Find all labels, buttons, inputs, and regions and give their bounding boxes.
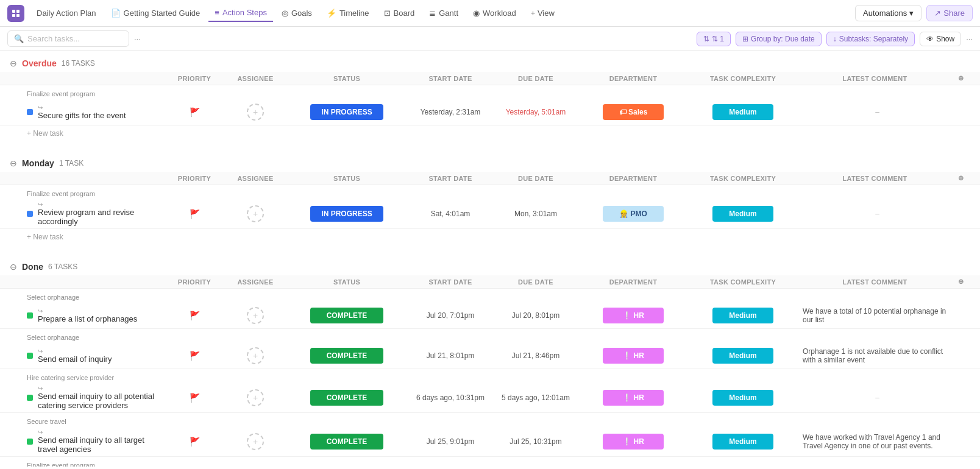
status-cell-d1[interactable]: COMPLETE: [286, 348, 408, 364]
nav-getting-started[interactable]: 📄 Getting Started Guide: [105, 5, 207, 21]
assignee-avatar-d2[interactable]: +: [247, 389, 264, 406]
assignee-cell-d0[interactable]: +: [225, 307, 286, 324]
col-add-m[interactable]: ⊕: [952, 174, 970, 182]
nav-daily-action-plan-label: Daily Action Plan: [37, 9, 96, 18]
col-comment-d: LATEST COMMENT: [798, 278, 952, 286]
task-name-d3[interactable]: Send email inquiry to all target travel …: [38, 436, 164, 454]
new-task-button-overdue[interactable]: + New task: [0, 125, 980, 141]
col-add-d[interactable]: ⊕: [952, 278, 970, 286]
assignee-avatar-d0[interactable]: +: [247, 307, 264, 324]
show-button[interactable]: 👁 Show: [920, 32, 961, 46]
assignee-cell-d3[interactable]: +: [225, 433, 286, 450]
section-overdue: ⊖ Overdue 16 TASKS PRIORITY ASSIGNEE STA…: [0, 51, 980, 141]
nav-daily-action-plan[interactable]: Daily Action Plan: [30, 5, 102, 21]
nav-board-label: Board: [394, 9, 415, 18]
assignee-cell[interactable]: +: [225, 104, 286, 121]
task-name-cell-d0: ↪ Prepare a list of orphanages: [10, 308, 164, 323]
priority-flag-m[interactable]: 🚩: [190, 209, 200, 219]
priority-flag[interactable]: 🚩: [190, 107, 200, 117]
subtasks-button[interactable]: ↓ Subtasks: Separately: [826, 32, 915, 46]
nav-add-view-label: + View: [531, 9, 555, 18]
table-row: ↪ Prepare a list of orphanages 🚩 + COMPL…: [0, 302, 980, 329]
task-name-d0[interactable]: Prepare a list of orphanages: [38, 314, 137, 323]
assignee-avatar-d1[interactable]: +: [247, 347, 264, 364]
priority-flag-d2[interactable]: 🚩: [190, 393, 200, 403]
status-cell-d0[interactable]: COMPLETE: [286, 308, 408, 323]
section-monday-header: ⊖ Monday 1 TASK: [0, 151, 980, 172]
nav-workload[interactable]: ◉ Workload: [467, 5, 522, 21]
filter-label: ⇅ 1: [712, 35, 724, 43]
col-priority-m: PRIORITY: [164, 175, 225, 182]
col-add[interactable]: ⊕: [952, 74, 970, 82]
task-group-done-0: Select orphanage ↪ Prepare a list of orp…: [0, 289, 980, 329]
assignee-avatar[interactable]: +: [247, 104, 264, 121]
filter-button[interactable]: ⇅ ⇅ 1: [697, 32, 731, 46]
group-by-button[interactable]: ⊞ Group by: Due date: [736, 32, 822, 46]
nav-board[interactable]: ⊡ Board: [378, 5, 421, 21]
overdue-collapse-button[interactable]: ⊖: [10, 58, 17, 68]
dept-cell-d0: ❕ HR: [578, 308, 688, 323]
nav-goals[interactable]: ◎ Goals: [275, 5, 318, 21]
done-collapse-button[interactable]: ⊖: [10, 262, 17, 272]
svg-rect-1: [16, 10, 20, 13]
svg-rect-3: [16, 14, 20, 17]
table-row: ↪ Secure gifts for the event 🚩 + IN PROG…: [0, 99, 980, 125]
priority-flag-d1[interactable]: 🚩: [190, 351, 200, 361]
monday-collapse-button[interactable]: ⊖: [10, 158, 17, 168]
nav-gantt[interactable]: ≣ Gantt: [423, 5, 464, 21]
task-group-done-1: Select orphanage ↪ Send email of inquiry…: [0, 329, 980, 369]
priority-cell-d3: 🚩: [164, 437, 225, 446]
dept-badge: 🏷 Sales: [603, 104, 664, 120]
svg-rect-0: [12, 10, 15, 13]
search-box[interactable]: 🔍 Search tasks...: [7, 30, 129, 47]
automations-button[interactable]: Automations ▾: [855, 5, 921, 21]
nav-getting-started-label: Getting Started Guide: [124, 9, 201, 18]
section-done: ⊖ Done 6 TASKS PRIORITY ASSIGNEE STATUS …: [0, 255, 980, 467]
assignee-cell-m[interactable]: +: [225, 205, 286, 222]
task-dot-m: [27, 211, 33, 217]
nav-action-steps[interactable]: ≡ Action Steps: [208, 4, 273, 22]
table-row: ↪ Send email of inquiry 🚩 + COMPLETE Jul…: [0, 342, 980, 369]
col-due: DUE DATE: [493, 75, 578, 82]
start-date-m: Sat, 4:01am: [408, 210, 493, 218]
priority-flag-d3[interactable]: 🚩: [190, 437, 200, 446]
col-complexity-m: TASK COMPLEXITY: [688, 175, 798, 182]
task-group-done-2: Hire catering service provider ↪ Send em…: [0, 369, 980, 413]
task-name-cell-m: ↪ Review program and revise accordingly: [10, 201, 164, 226]
assignee-avatar-d3[interactable]: +: [247, 433, 264, 450]
share-button[interactable]: ↗ Share: [926, 5, 973, 21]
share-label: Share: [943, 9, 965, 18]
priority-cell-d1: 🚩: [164, 351, 225, 361]
complexity-badge-m: Medium: [712, 206, 773, 222]
search-placeholder: Search tasks...: [27, 34, 80, 43]
assignee-cell-d2[interactable]: +: [225, 389, 286, 406]
toolbar-more-icon[interactable]: ···: [134, 34, 141, 43]
assignee-cell-d1[interactable]: +: [225, 347, 286, 364]
status-cell-m[interactable]: IN PROGRESS: [286, 206, 408, 222]
task-group-done-3: Secure travel ↪ Send email inquiry to al…: [0, 413, 980, 457]
task-name-wrap-m: ↪ Review program and revise accordingly: [38, 201, 164, 226]
assignee-avatar-m[interactable]: +: [247, 205, 264, 222]
new-task-button-monday[interactable]: + New task: [0, 229, 980, 245]
nav-timeline-label: Timeline: [339, 9, 369, 18]
col-comment: LATEST COMMENT: [798, 75, 952, 82]
task-name-m[interactable]: Review program and revise accordingly: [38, 208, 164, 226]
status-cell[interactable]: IN PROGRESS: [286, 104, 408, 120]
col-start: START DATE: [408, 75, 493, 82]
task-name-d1[interactable]: Send email of inquiry: [38, 354, 112, 364]
subtask-icon-d3: ↪: [38, 429, 164, 436]
task-name[interactable]: Secure gifts for the event: [38, 111, 126, 120]
status-cell-d2[interactable]: COMPLETE: [286, 390, 408, 406]
toolbar-dots-icon[interactable]: ···: [966, 34, 973, 43]
status-cell-d3[interactable]: COMPLETE: [286, 434, 408, 450]
show-icon: 👁: [926, 35, 934, 43]
nav-add-view[interactable]: + View: [525, 5, 561, 21]
nav-timeline[interactable]: ⚡ Timeline: [321, 5, 375, 21]
done-count: 6 TASKS: [48, 263, 77, 271]
priority-flag-d0[interactable]: 🚩: [190, 311, 200, 320]
automations-chevron-icon: ▾: [909, 9, 914, 18]
status-badge-d1: COMPLETE: [310, 348, 383, 364]
due-date-m: Mon, 3:01am: [493, 210, 578, 218]
task-name-d2[interactable]: Send email inquiry to all potential cate…: [38, 392, 164, 410]
complexity-cell-m: Medium: [688, 206, 798, 222]
